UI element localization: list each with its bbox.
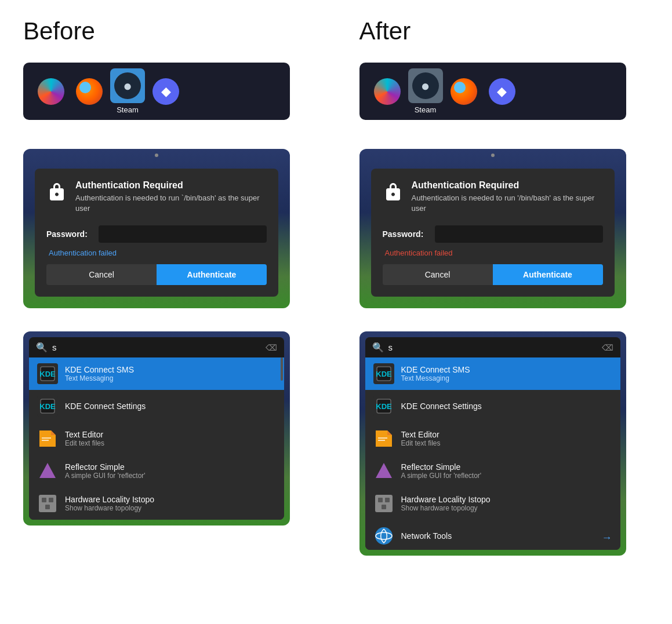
auth-password-label-after: Password: bbox=[383, 229, 429, 239]
auth-failed-before: Authentication failed bbox=[49, 249, 267, 257]
falkon-app-icon-after bbox=[374, 78, 401, 105]
search-item-kde-settings-before[interactable]: KDE KDE Connect Settings bbox=[29, 390, 284, 422]
network-icon-after bbox=[373, 526, 394, 546]
taskbar-icon-steam-before[interactable]: ● bbox=[110, 68, 145, 103]
taskbar-icon-discord-after[interactable]: ◆ bbox=[485, 74, 520, 109]
kde-settings-icon-after: KDE bbox=[373, 396, 394, 417]
steam-app-icon: ● bbox=[114, 72, 141, 99]
search-input-before[interactable] bbox=[52, 342, 261, 352]
svg-rect-7 bbox=[42, 440, 49, 441]
taskbar-icon-discord-before[interactable]: ◆ bbox=[148, 74, 183, 109]
hwloc-sub-before: Show hardware topology bbox=[65, 504, 154, 512]
reflector-sub-before: A simple GUI for 'reflector' bbox=[65, 472, 146, 480]
text-editor-icon-after bbox=[373, 428, 394, 449]
taskbar-steam-label-after: Steam bbox=[415, 105, 437, 114]
svg-text:KDE: KDE bbox=[376, 370, 392, 378]
svg-point-26 bbox=[375, 527, 393, 545]
search-clear-before[interactable]: ⌫ bbox=[266, 343, 277, 352]
hwloc-icon-before bbox=[37, 493, 58, 514]
search-scrollbar-before[interactable] bbox=[281, 357, 283, 381]
taskbar-icon-steam-after[interactable]: ● bbox=[408, 68, 443, 103]
kde-settings-icon-before: KDE bbox=[37, 396, 58, 417]
discord-app-icon-after: ◆ bbox=[489, 78, 515, 105]
search-item-kde-sms-before[interactable]: KDE KDE Connect SMS Text Messaging bbox=[29, 357, 284, 390]
svg-text:KDE: KDE bbox=[39, 402, 56, 411]
svg-marker-21 bbox=[376, 463, 392, 478]
kde-sms-title-after: KDE Connect SMS bbox=[401, 365, 470, 374]
firefox-app-icon bbox=[76, 78, 103, 105]
search-item-hwloc-after[interactable]: Hardware Locality Istopo Show hardware t… bbox=[365, 487, 620, 520]
svg-rect-22 bbox=[375, 495, 393, 512]
search-icon-after: 🔍 bbox=[372, 342, 384, 353]
discord-app-icon: ◆ bbox=[152, 78, 179, 105]
after-header: After bbox=[359, 17, 649, 45]
svg-marker-18 bbox=[387, 430, 392, 435]
auth-failed-after: Authentication failed bbox=[385, 249, 603, 257]
kde-sms-sub-after: Text Messaging bbox=[401, 374, 470, 382]
search-results-before: KDE KDE Connect SMS Text Messaging bbox=[29, 357, 284, 520]
search-input-after[interactable] bbox=[388, 342, 597, 352]
auth-authenticate-button-before[interactable]: Authenticate bbox=[157, 264, 267, 285]
dialog-dot-after bbox=[491, 154, 495, 157]
search-item-hwloc-before[interactable]: Hardware Locality Istopo Show hardware t… bbox=[29, 487, 284, 520]
kde-sms-title-before: KDE Connect SMS bbox=[65, 365, 134, 374]
auth-title-after: Authentication Required bbox=[412, 180, 603, 191]
auth-title-before: Authentication Required bbox=[75, 180, 267, 191]
text-editor-title-before: Text Editor bbox=[65, 430, 104, 439]
auth-password-input-before[interactable] bbox=[99, 225, 267, 243]
kde-settings-title-after: KDE Connect Settings bbox=[401, 402, 482, 411]
svg-marker-5 bbox=[51, 430, 56, 435]
search-item-text-editor-before[interactable]: Text Editor Edit text files bbox=[29, 422, 284, 455]
search-icon-before: 🔍 bbox=[36, 342, 48, 353]
auth-dialog-after: Authentication Required Authentication i… bbox=[359, 149, 626, 308]
search-clear-after[interactable]: ⌫ bbox=[602, 343, 613, 352]
taskbar-icon-falkon-before[interactable] bbox=[34, 74, 68, 109]
auth-cancel-button-after[interactable]: Cancel bbox=[383, 264, 493, 285]
taskbar-after: ● Steam ◆ bbox=[359, 63, 626, 120]
svg-rect-6 bbox=[42, 437, 51, 439]
search-item-network-after[interactable]: Network Tools bbox=[365, 520, 620, 550]
auth-subtitle-before: Authentication is needed to run `/bin/ba… bbox=[75, 193, 267, 214]
taskbar-icon-firefox-before[interactable] bbox=[72, 74, 107, 109]
search-item-kde-settings-after[interactable]: KDE KDE Connect Settings bbox=[365, 390, 620, 422]
auth-authenticate-button-after[interactable]: Authenticate bbox=[493, 264, 603, 285]
auth-password-label-before: Password: bbox=[46, 229, 93, 239]
search-navigate-arrow-after[interactable]: → bbox=[602, 532, 612, 544]
svg-rect-12 bbox=[45, 505, 50, 509]
steam-app-icon-after: ● bbox=[412, 72, 439, 99]
hwloc-sub-after: Show hardware topology bbox=[401, 504, 491, 512]
hwloc-icon-after bbox=[373, 493, 394, 514]
firefox-app-icon-after bbox=[451, 78, 477, 105]
auth-password-input-after[interactable] bbox=[435, 225, 603, 243]
search-item-kde-sms-after[interactable]: KDE KDE Connect SMS Text Messaging bbox=[365, 357, 620, 390]
reflector-sub-after: A simple GUI for 'reflector' bbox=[401, 472, 482, 480]
taskbar-steam-label-before: Steam bbox=[117, 105, 139, 114]
taskbar-icon-firefox-after[interactable] bbox=[446, 74, 481, 109]
taskbar-icon-falkon-after[interactable] bbox=[370, 74, 405, 109]
taskbar-before: ● Steam ◆ bbox=[23, 63, 290, 120]
svg-text:KDE: KDE bbox=[376, 402, 392, 411]
svg-rect-9 bbox=[39, 495, 56, 512]
reflector-icon-before bbox=[37, 461, 58, 481]
reflector-title-after: Reflector Simple bbox=[401, 462, 482, 472]
reflector-icon-after bbox=[373, 461, 394, 481]
hwloc-title-after: Hardware Locality Istopo bbox=[401, 495, 491, 504]
search-item-text-editor-after[interactable]: Text Editor Edit text files bbox=[365, 422, 620, 455]
reflector-title-before: Reflector Simple bbox=[65, 462, 146, 472]
kde-sms-sub-before: Text Messaging bbox=[65, 374, 134, 382]
svg-rect-20 bbox=[378, 440, 385, 441]
kde-settings-title-before: KDE Connect Settings bbox=[65, 402, 146, 411]
svg-rect-19 bbox=[378, 437, 387, 439]
network-title-after: Network Tools bbox=[401, 531, 452, 541]
search-item-reflector-before[interactable]: Reflector Simple A simple GUI for 'refle… bbox=[29, 455, 284, 487]
falkon-app-icon bbox=[38, 78, 64, 105]
kde-sms-icon-before: KDE bbox=[37, 363, 58, 384]
dialog-dot-before bbox=[155, 154, 158, 157]
text-editor-title-after: Text Editor bbox=[401, 430, 441, 439]
svg-text:KDE: KDE bbox=[39, 370, 56, 378]
hwloc-title-before: Hardware Locality Istopo bbox=[65, 495, 154, 504]
search-item-reflector-after[interactable]: Reflector Simple A simple GUI for 'refle… bbox=[365, 455, 620, 487]
auth-cancel-button-before[interactable]: Cancel bbox=[46, 264, 157, 285]
kde-sms-icon-after: KDE bbox=[373, 363, 394, 384]
svg-rect-11 bbox=[49, 498, 53, 502]
